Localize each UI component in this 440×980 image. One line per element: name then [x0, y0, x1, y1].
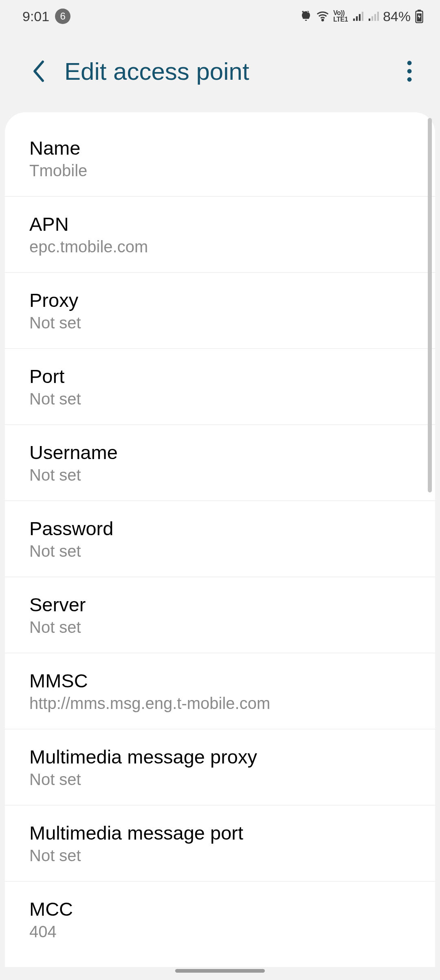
- field-label: Proxy: [29, 289, 411, 311]
- volte-indicator: Vo))LTE1: [333, 10, 348, 23]
- field-value: Not set: [29, 542, 411, 560]
- alarm-icon: [300, 10, 312, 22]
- gesture-nav-handle[interactable]: [175, 969, 265, 973]
- field-label: Multimedia message port: [29, 822, 411, 844]
- battery-charging-icon: [415, 9, 424, 23]
- apn-field-proxy[interactable]: Proxy Not set: [5, 273, 435, 349]
- svg-point-5: [407, 69, 412, 74]
- field-label: Password: [29, 517, 411, 540]
- field-value: epc.tmobile.com: [29, 238, 411, 256]
- apn-field-mms-port[interactable]: Multimedia message port Not set: [5, 805, 435, 882]
- apn-field-mcc[interactable]: MCC 404: [5, 882, 435, 954]
- field-label: Multimedia message proxy: [29, 746, 411, 768]
- chevron-left-icon: [30, 59, 48, 83]
- field-label: Name: [29, 137, 411, 159]
- apn-field-mms-proxy[interactable]: Multimedia message proxy Not set: [5, 729, 435, 805]
- apn-field-name[interactable]: Name Tmobile: [5, 120, 435, 197]
- field-value: Not set: [29, 770, 411, 789]
- apn-field-mmsc[interactable]: MMSC http://mms.msg.eng.t-mobile.com: [5, 653, 435, 729]
- field-label: Server: [29, 593, 411, 616]
- page-title: Edit access point: [64, 57, 391, 85]
- more-vertical-icon: [407, 60, 412, 82]
- field-label: Port: [29, 365, 411, 387]
- apn-field-port[interactable]: Port Not set: [5, 349, 435, 425]
- notification-count-badge: 6: [55, 9, 70, 24]
- apn-field-apn[interactable]: APN epc.tmobile.com: [5, 197, 435, 273]
- svg-rect-2: [418, 10, 421, 11]
- field-label: APN: [29, 213, 411, 235]
- field-value: Not set: [29, 314, 411, 332]
- apn-field-password[interactable]: Password Not set: [5, 501, 435, 577]
- scrollbar-thumb[interactable]: [428, 118, 432, 492]
- svg-point-0: [322, 19, 323, 21]
- status-bar: 9:01 6 Vo))LTE1 84%: [0, 0, 440, 33]
- field-value: Not set: [29, 390, 411, 408]
- field-value: Not set: [29, 466, 411, 484]
- svg-point-6: [407, 77, 412, 82]
- field-label: MMSC: [29, 669, 411, 692]
- apn-field-server[interactable]: Server Not set: [5, 577, 435, 653]
- status-left: 9:01 6: [22, 9, 70, 24]
- apn-field-username[interactable]: Username Not set: [5, 425, 435, 501]
- battery-percent: 84%: [383, 9, 411, 24]
- more-options-button[interactable]: [391, 53, 428, 90]
- settings-list-card: Name Tmobile APN epc.tmobile.com Proxy N…: [5, 112, 435, 967]
- back-button[interactable]: [20, 53, 57, 90]
- field-value: Tmobile: [29, 162, 411, 180]
- svg-point-4: [407, 61, 412, 65]
- field-label: MCC: [29, 898, 411, 920]
- field-label: Username: [29, 441, 411, 464]
- signal-1-icon: [352, 11, 363, 22]
- signal-2-icon: [367, 11, 379, 22]
- status-time: 9:01: [22, 9, 49, 24]
- field-value: Not set: [29, 618, 411, 637]
- status-right: Vo))LTE1 84%: [300, 9, 424, 24]
- field-value: 404: [29, 923, 411, 937]
- app-header: Edit access point: [0, 33, 440, 110]
- wifi-icon: [316, 10, 329, 23]
- field-value: Not set: [29, 847, 411, 865]
- field-value: http://mms.msg.eng.t-mobile.com: [29, 694, 411, 713]
